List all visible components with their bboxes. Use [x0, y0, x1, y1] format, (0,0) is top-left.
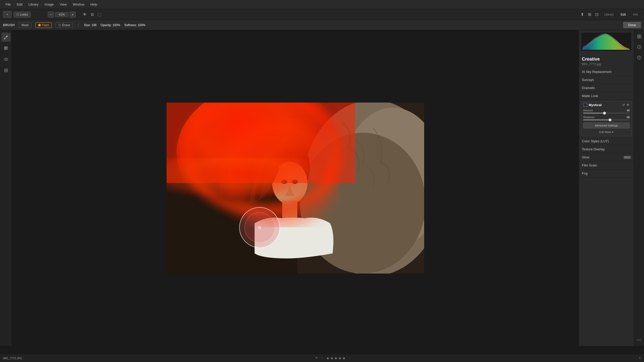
looks-button[interactable]: ⬡ Looks: [14, 12, 31, 18]
status-center: ⚑ ♡ ★ ★ ★ ★ ★: [22, 356, 639, 360]
svg-rect-1: [4, 47, 8, 50]
panel-item-sunrays-label: Sunrays: [582, 78, 594, 82]
mystical-header: Mystical ↺ 👁: [583, 103, 630, 107]
svg-rect-29: [639, 35, 641, 36]
menu-window[interactable]: Window: [70, 2, 87, 7]
svg-rect-30: [637, 37, 639, 38]
amount-slider-row: Amount 46: [583, 109, 630, 114]
heart-icon[interactable]: ♡: [321, 356, 323, 360]
right-tool-3[interactable]: [635, 54, 643, 61]
shadows-slider[interactable]: [583, 119, 630, 120]
mask-button[interactable]: Mask: [19, 22, 31, 28]
svg-point-25: [245, 212, 275, 243]
svg-point-35: [639, 57, 639, 57]
plus-icon: ＋: [6, 12, 9, 17]
crop-button[interactable]: ⬚: [97, 11, 102, 18]
right-tool-1[interactable]: [635, 33, 643, 40]
amount-value: 46: [627, 109, 630, 112]
zoom-display[interactable]: 41%: [55, 12, 69, 17]
amount-slider[interactable]: [583, 113, 630, 114]
right-tool-2[interactable]: [635, 43, 643, 51]
menu-image[interactable]: Image: [42, 2, 56, 7]
panel-item-ai-sky-label: AI Sky Replacement: [582, 70, 612, 74]
export-icon[interactable]: ⬆: [639, 356, 641, 360]
shadows-thumb[interactable]: [609, 118, 612, 121]
mystical-eye-btn[interactable]: 👁: [626, 103, 630, 107]
eye-button[interactable]: 👁: [82, 11, 88, 18]
opacity-display: Opacity: 100%: [101, 23, 120, 27]
svg-rect-28: [637, 35, 639, 36]
panel-item-dramatic-label: Dramatic: [582, 86, 595, 90]
brush-label: BRUSH: [3, 23, 15, 27]
nav-tab-library[interactable]: Library: [601, 12, 617, 17]
panel-item-color-styles[interactable]: Color Styles (LUT): [579, 137, 634, 145]
radial-tool[interactable]: [2, 55, 11, 64]
mystical-label: Mystical: [583, 103, 601, 107]
paint-dot: [38, 24, 41, 26]
nav-tab-edit[interactable]: Edit: [618, 12, 629, 17]
advanced-settings-button[interactable]: Advanced Settings: [583, 122, 630, 128]
menu-library[interactable]: Library: [26, 2, 41, 7]
star-5[interactable]: ★: [342, 356, 346, 360]
mystical-reset-btn[interactable]: ↺: [622, 103, 625, 107]
zoom-plus-button[interactable]: +: [70, 12, 76, 18]
panel-item-texture-overlay[interactable]: Texture Overlay: [579, 145, 634, 153]
zoom-control: − 41% +: [48, 12, 76, 18]
zoom-minus-button[interactable]: −: [48, 12, 54, 18]
histogram: [581, 33, 631, 51]
svg-point-3: [5, 59, 7, 60]
edit-mask-button[interactable]: Edit Mask ▾: [583, 130, 630, 134]
panel-item-film-grain[interactable]: Film Grain: [579, 161, 634, 169]
compare-button[interactable]: ⧉: [90, 11, 95, 18]
shadows-slider-row: Shadows 58: [583, 116, 630, 120]
star-4[interactable]: ★: [338, 356, 342, 360]
nav-tabs: Library Edit Info: [601, 12, 641, 17]
menu-view[interactable]: View: [57, 2, 69, 7]
star-1[interactable]: ★: [326, 356, 330, 360]
panel-item-matte-look-label: Matte Look: [582, 94, 598, 98]
add-button[interactable]: ＋: [3, 11, 12, 18]
gradient-tool[interactable]: [2, 44, 11, 53]
star-rating[interactable]: ★ ★ ★ ★ ★: [326, 356, 346, 360]
settings-button[interactable]: ⊡: [594, 11, 599, 18]
amount-thumb[interactable]: [603, 112, 606, 115]
panel-item-fog[interactable]: Fog: [579, 169, 634, 177]
grid-button[interactable]: ⊞: [587, 11, 592, 18]
svg-point-2: [4, 58, 8, 61]
panel-item-dramatic[interactable]: Dramatic: [579, 84, 634, 92]
main-layout: Creative IMG_7772.jpg AI Sky Replacement…: [0, 30, 644, 346]
status-right: ⬆: [639, 356, 641, 360]
size-display: Size: 196: [84, 23, 97, 27]
panel-item-sunrays[interactable]: Sunrays: [579, 76, 634, 84]
panel-item-glow[interactable]: Glow PRO: [579, 153, 634, 161]
looks-icon: ⬡: [16, 13, 19, 16]
status-bar: IMG_7772.JPG ⚑ ♡ ★ ★ ★ ★ ★ ⬆: [0, 354, 644, 362]
menu-file[interactable]: File: [3, 2, 13, 7]
looks-label: Looks: [20, 13, 28, 16]
shadows-value: 58: [627, 116, 630, 119]
panel-item-ai-sky[interactable]: AI Sky Replacement: [579, 68, 634, 76]
star-3[interactable]: ★: [334, 356, 338, 360]
panel-item-matte-look[interactable]: Matte Look: [579, 92, 634, 100]
photo-background: [167, 103, 424, 274]
erase-button[interactable]: ⬡ Erase: [56, 22, 73, 28]
paint-label: Paint: [42, 23, 49, 27]
done-button[interactable]: Done: [623, 22, 641, 28]
softness-display: Softness: 100%: [124, 23, 145, 27]
shadows-label: Shadows: [583, 116, 594, 119]
select-tool[interactable]: [2, 66, 11, 75]
share-button[interactable]: ⬆: [580, 11, 585, 18]
panel-item-texture-overlay-label: Texture Overlay: [582, 147, 605, 151]
menu-help[interactable]: Help: [88, 2, 100, 7]
erase-label: Erase: [62, 23, 70, 27]
nav-tab-info[interactable]: Info: [630, 12, 641, 17]
star-2[interactable]: ★: [330, 356, 334, 360]
brush-tool[interactable]: [2, 33, 11, 42]
paint-button[interactable]: Paint: [35, 22, 52, 28]
svg-point-0: [7, 36, 8, 37]
mystical-section: Mystical ↺ 👁 Amount 46: [581, 101, 632, 136]
canvas-area: [12, 30, 579, 346]
flag-icon[interactable]: ⚑: [315, 356, 318, 360]
menu-edit[interactable]: Edit: [14, 2, 25, 7]
right-panel: Creative IMG_7772.jpg AI Sky Replacement…: [579, 30, 634, 346]
